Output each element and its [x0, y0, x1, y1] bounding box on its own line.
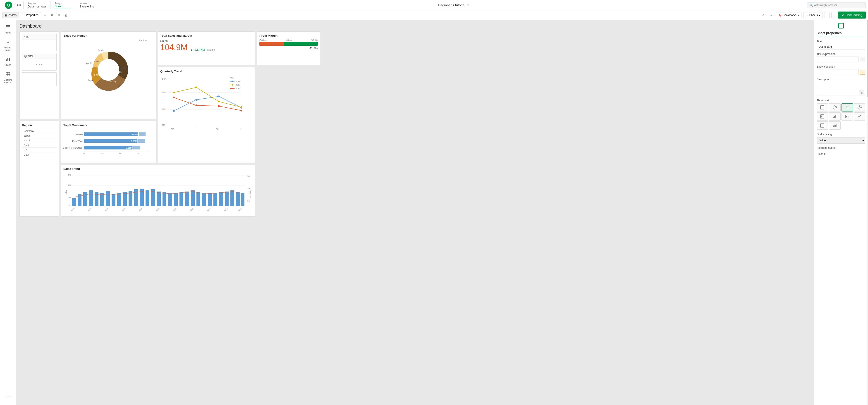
svg-rect-103: [134, 189, 138, 206]
donut-chart: USA UK Japan Nordic Spain 45.5% 26.9% 11…: [74, 43, 143, 97]
region-list-item[interactable]: Germany: [22, 129, 57, 133]
svg-rect-64: [139, 132, 146, 136]
title-expression-input[interactable]: [817, 57, 859, 62]
assets-button[interactable]: ▦ Assets: [2, 12, 19, 18]
svg-point-43: [240, 106, 242, 108]
svg-rect-120: [230, 191, 234, 206]
description-textarea[interactable]: [817, 82, 865, 95]
thumb-badge-item[interactable]: #1: [841, 103, 853, 111]
region-list-item[interactable]: Japan: [22, 133, 57, 138]
svg-text:Spain: Spain: [98, 49, 104, 52]
thumbnail-grid: #1: [817, 103, 865, 130]
sheets-button[interactable]: ▭ Sheets ▾: [803, 12, 823, 18]
svg-text:4M: 4M: [68, 184, 71, 186]
sales-trend-chart: 6M 4M 2M 0 Sales 50 40 30 Margin (%): [63, 172, 253, 212]
properties-button[interactable]: ☰ Properties: [20, 12, 41, 18]
thumb-sheet[interactable]: [817, 103, 828, 111]
delete-button[interactable]: 🗑: [62, 12, 69, 18]
more-options-button[interactable]: •••: [15, 2, 23, 8]
insight-advisor-search[interactable]: 🔍: [807, 2, 866, 8]
svg-text:2014-...: 2014-...: [224, 207, 228, 212]
svg-rect-143: [834, 116, 835, 118]
svg-point-60: [231, 88, 233, 89]
qlik-logo[interactable]: Q: [2, 1, 15, 9]
region-list-item[interactable]: Nordic: [22, 138, 57, 143]
kpi-margin-value: 43.25M: [194, 48, 205, 52]
svg-rect-3: [6, 27, 10, 27]
svg-rect-119: [225, 192, 228, 206]
description-fx-button[interactable]: fx: [859, 90, 864, 95]
svg-text:2012: 2012: [236, 80, 240, 82]
thumb-clock[interactable]: [854, 103, 865, 111]
checkmark-icon: ✓: [842, 13, 844, 17]
thumb-prev[interactable]: [817, 112, 828, 121]
svg-text:6M: 6M: [68, 174, 71, 176]
description-label: Description: [817, 78, 865, 81]
master-items-label: Master items: [3, 46, 13, 51]
done-editing-button[interactable]: ✓ Done editing: [838, 11, 866, 19]
search-input[interactable]: [814, 4, 859, 7]
dashboard-title: Dashboard: [20, 24, 810, 29]
region-list-item[interactable]: UK: [22, 148, 57, 153]
sheet-icon: [838, 23, 844, 29]
redo-button[interactable]: ↪: [768, 12, 774, 18]
year-filter[interactable]: Year: [22, 34, 57, 51]
thumb-grouped-bar[interactable]: [829, 122, 841, 130]
svg-point-18: [98, 59, 119, 81]
svg-text:Q1: Q1: [171, 127, 174, 130]
svg-text:6M: 6M: [137, 152, 140, 155]
svg-rect-12: [9, 58, 10, 61]
nav-analyze[interactable]: Analyze Sheet: [50, 1, 75, 9]
thumb-next1[interactable]: [817, 122, 828, 130]
sidebar-item-bottom[interactable]: [1, 390, 15, 401]
thumb-image[interactable]: [841, 112, 853, 121]
thumb-line[interactable]: [854, 112, 865, 121]
bookmarks-button[interactable]: 🔖 Bookmarks ▾: [776, 12, 802, 18]
svg-point-40: [173, 92, 175, 93]
region-filter-panel: Region GermanyJapanNordicSpainUKUSA: [20, 121, 59, 216]
title-input[interactable]: [817, 44, 865, 50]
copy-button[interactable]: ⧈: [56, 12, 62, 18]
quarter-filter[interactable]: Quarter • • •: [22, 53, 57, 71]
sheet-properties-title: Sheet properties: [817, 31, 865, 37]
thumb-bar[interactable]: [829, 112, 841, 121]
svg-rect-17: [6, 396, 10, 396]
sidebar-item-custom[interactable]: Custom objects: [1, 69, 15, 86]
thumb-pie[interactable]: [829, 103, 841, 111]
bookmark-icon: 🔖: [778, 13, 782, 17]
region-list-item[interactable]: USA: [22, 153, 57, 157]
add-object-button[interactable]: ✚: [42, 12, 48, 18]
sidebar-item-master[interactable]: Master items: [1, 37, 15, 54]
svg-point-57: [231, 84, 233, 86]
svg-rect-94: [83, 192, 87, 206]
svg-rect-134: [839, 23, 843, 28]
app-title[interactable]: Beginner's tutorial ▾: [100, 3, 807, 7]
profit-axis: -50.0% 0.0% 50.0%: [259, 39, 318, 42]
region-list-item[interactable]: Spain: [22, 143, 57, 148]
show-condition-input[interactable]: [817, 69, 859, 75]
svg-text:45.5%: 45.5%: [116, 71, 122, 74]
duplicate-button[interactable]: ⧉: [49, 12, 55, 18]
title-expression-fx-button[interactable]: fx: [860, 57, 865, 62]
nav-narrate[interactable]: Narrate Storytelling: [75, 1, 100, 9]
sheets-icon: ▭: [806, 13, 808, 17]
svg-rect-140: [820, 115, 824, 118]
show-condition-fx-button[interactable]: fx: [860, 70, 865, 75]
grid-spacing-select[interactable]: Wide Medium Narrow: [817, 137, 865, 144]
svg-rect-109: [168, 193, 172, 206]
toolbar: ▦ Assets ☰ Properties ✚ ⧉ ⧈ 🗑 ↩ ↪ 🔖 Book…: [0, 10, 868, 20]
undo-button[interactable]: ↩: [760, 12, 766, 18]
svg-text:2012-...: 2012-...: [122, 207, 127, 212]
nav-next-button[interactable]: ›: [831, 12, 836, 18]
total-sales-margin-panel: Total Sales and Margin Sales 104.9M ▲ 43…: [158, 31, 255, 65]
svg-text:Nordic: Nordic: [86, 62, 93, 65]
svg-text:26.9%: 26.9%: [110, 81, 116, 83]
content-area: Dashboard Year Quarter • • • Sa: [16, 20, 814, 405]
sidebar-item-fields[interactable]: Fields: [1, 22, 15, 36]
charts-label: Charts: [4, 64, 11, 66]
actions-label: Actions: [817, 152, 865, 155]
nav-prev-button[interactable]: ‹: [825, 12, 830, 18]
year-quarter-filter-panel: Year Quarter • • •: [20, 31, 59, 119]
sidebar-item-charts[interactable]: Charts: [1, 55, 15, 69]
nav-prepare[interactable]: Prepare Data manager: [23, 1, 50, 9]
